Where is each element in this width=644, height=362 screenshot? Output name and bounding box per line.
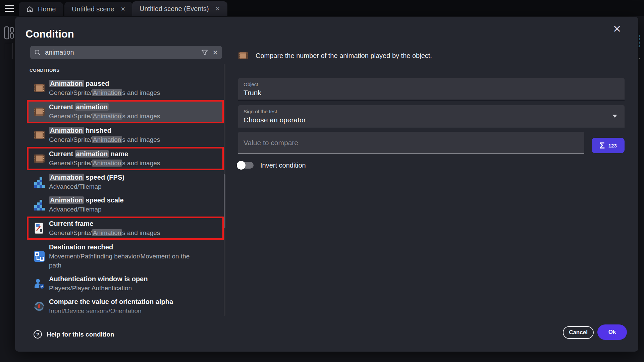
list-item-authentication-window-open[interactable]: Authentication window is open Players/Pl…	[25, 272, 224, 295]
search-input[interactable]	[45, 49, 197, 56]
close-tab-icon[interactable]: ✕	[215, 5, 220, 12]
operator-select-value: Choose an operator	[244, 116, 619, 124]
object-field[interactable]: Object Trunk	[238, 78, 625, 100]
value-to-compare-field[interactable]	[238, 132, 584, 154]
conditions-list: CONDITIONS Animation paused General/Spri…	[25, 63, 224, 317]
operator-select-label: Sign of the test	[244, 109, 619, 114]
expression-editor-button[interactable]: Σ 123	[592, 138, 625, 153]
tilemap-icon	[34, 199, 45, 210]
toggle-knob	[237, 161, 246, 170]
numeric-badge: 123	[608, 143, 617, 148]
frame-icon	[34, 223, 45, 234]
filter-icon[interactable]	[201, 49, 208, 56]
tab-untitled-scene[interactable]: Untitled scene ✕	[64, 2, 133, 16]
orientation-icon	[34, 301, 45, 312]
cancel-button[interactable]: Cancel	[563, 326, 594, 339]
invert-condition-toggle[interactable]	[237, 160, 254, 170]
player-authentication-icon	[34, 278, 45, 289]
dialog-title: Condition	[25, 28, 74, 40]
sprite-animation-icon	[34, 153, 45, 164]
clear-search-icon[interactable]: ✕	[212, 49, 218, 57]
pathfinding-icon	[34, 251, 45, 262]
top-bar: Home Untitled scene ✕ Untitled scene (Ev…	[0, 0, 644, 16]
object-field-label: Object	[244, 81, 619, 87]
invert-condition-label: Invert condition	[260, 162, 306, 169]
list-item-current-animation[interactable]: Current animation General/Sprite/Animati…	[27, 100, 224, 123]
list-item-orientation-alpha[interactable]: Compare the value of orientation alpha I…	[25, 295, 224, 317]
object-field-value: Trunk	[244, 89, 619, 97]
search-icon	[34, 49, 41, 56]
menu-hamburger-icon[interactable]	[5, 5, 14, 12]
list-scrollbar-thumb[interactable]	[224, 174, 225, 228]
sprite-animation-icon	[34, 106, 45, 117]
value-to-compare-input[interactable]	[244, 139, 579, 147]
operator-select[interactable]: Sign of the test Choose an operator	[238, 105, 625, 127]
help-label: Help for this condition	[47, 331, 114, 338]
list-item-animation-speed-scale[interactable]: Animation speed scale Advanced/Tilemap	[25, 193, 224, 216]
sprite-animation-icon	[34, 82, 45, 94]
ok-button[interactable]: Ok	[597, 324, 627, 340]
tab-label: Untitled scene (Events)	[140, 5, 209, 13]
list-item-animation-paused[interactable]: Animation paused General/Sprite/Animatio…	[25, 77, 224, 100]
invert-condition-row: Invert condition	[237, 160, 306, 170]
condition-dialog: Condition ✕ ✕ CONDITIONS Animation pause…	[15, 17, 638, 352]
chevron-down-icon	[612, 115, 617, 118]
tab-label: Home	[38, 5, 56, 13]
list-item-animation-finished[interactable]: Animation finished General/Sprite/Animat…	[25, 124, 224, 146]
list-item-current-frame[interactable]: Current frame General/Sprite/Animations …	[27, 217, 224, 240]
list-item-animation-speed-fps[interactable]: Animation speed (FPS) Advanced/Tilemap	[25, 171, 224, 193]
home-icon	[26, 5, 34, 13]
tab-home[interactable]: Home	[19, 2, 63, 16]
help-icon: ?	[34, 330, 42, 339]
selection-dash-vertical	[639, 35, 640, 47]
panels-icon[interactable]	[4, 25, 14, 40]
condition-search-bar[interactable]: ✕	[30, 46, 222, 59]
tilemap-icon	[34, 176, 45, 188]
tab-label: Untitled scene	[72, 5, 114, 13]
condition-description: Compare the number of the animation play…	[256, 52, 432, 60]
list-group-header: CONDITIONS	[30, 68, 224, 73]
background-panel-outline	[5, 43, 13, 59]
help-link[interactable]: ? Help for this condition	[34, 330, 114, 339]
sprite-animation-icon	[34, 129, 45, 141]
dialog-close-icon[interactable]: ✕	[613, 24, 621, 34]
close-tab-icon[interactable]: ✕	[121, 6, 125, 13]
tab-untitled-scene-events[interactable]: Untitled scene (Events) ✕	[132, 1, 227, 16]
list-item-current-animation-name[interactable]: Current animation name General/Sprite/An…	[27, 147, 224, 170]
sigma-icon: Σ	[599, 140, 605, 151]
condition-description-row: Compare the number of the animation play…	[238, 50, 625, 62]
sprite-animation-icon	[238, 52, 248, 60]
list-item-destination-reached[interactable]: Destination reached Movement/Pathfinding…	[25, 240, 224, 272]
